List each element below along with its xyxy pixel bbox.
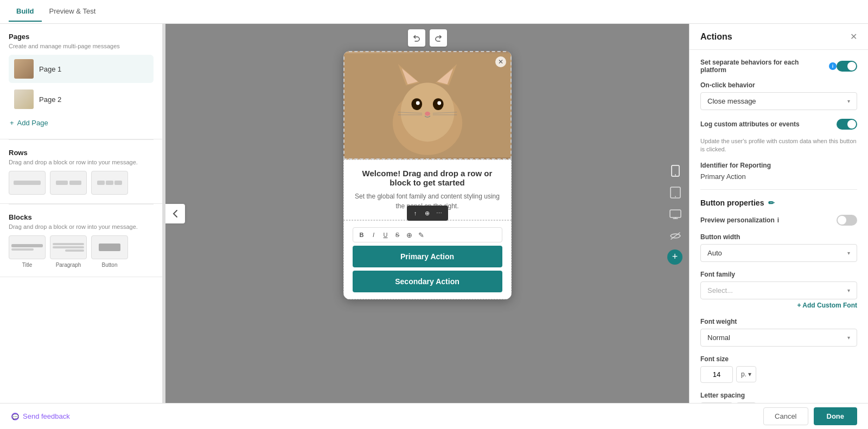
pages-title: Pages	[9, 33, 154, 41]
device-selector: +	[667, 163, 684, 265]
desktop-icon[interactable]	[667, 206, 684, 222]
hide-icon[interactable]	[667, 228, 684, 244]
platform-label: Set separate behaviors for each platform…	[700, 59, 837, 74]
log-label: Log custom attributes or events	[700, 120, 800, 128]
chevron-down-icon: ▾	[847, 98, 850, 104]
page-label-1: Page 1	[39, 65, 61, 73]
chevron-down-icon: ▾	[847, 335, 850, 341]
font-size-input[interactable]	[700, 366, 733, 383]
identifier-field: Identifier for Reporting Primary Action	[700, 162, 857, 181]
mobile-icon[interactable]	[667, 163, 684, 179]
preview-info-icon[interactable]: i	[777, 216, 779, 224]
rows-title: Rows	[9, 149, 154, 157]
blocks-desc: Drag and drop a block or row into your m…	[9, 223, 154, 230]
panel-close-button[interactable]: ✕	[850, 31, 857, 42]
log-toggle[interactable]	[837, 119, 857, 130]
done-button[interactable]: Done	[814, 407, 858, 425]
chevron-down-icon: ▾	[847, 287, 850, 293]
edit-icon[interactable]: ✏	[768, 199, 775, 207]
drag-handle[interactable]: ⊕	[422, 208, 433, 219]
onclick-dropdown[interactable]: Close message ▾	[700, 92, 857, 110]
page-label-2: Page 2	[39, 95, 61, 104]
page-item-2[interactable]: Page 2	[9, 85, 154, 113]
add-icon[interactable]: +	[667, 249, 682, 265]
row-triple-item[interactable]	[91, 171, 128, 195]
info-icon[interactable]: i	[829, 62, 837, 70]
block-title-item[interactable]: Title	[9, 235, 46, 268]
add-page-button[interactable]: + Add Page	[9, 116, 154, 130]
button-props-title: Button properties ✏	[700, 199, 857, 207]
platform-toggle[interactable]	[837, 61, 857, 72]
tab-build[interactable]: Build	[9, 2, 42, 22]
platform-behaviors-row: Set separate behaviors for each platform…	[700, 59, 857, 74]
svg-point-17	[425, 111, 430, 116]
cancel-button[interactable]: Cancel	[763, 407, 808, 425]
font-weight-label: Font weight	[700, 318, 857, 325]
identifier-value: Primary Action	[700, 172, 857, 181]
svg-point-16	[437, 101, 441, 105]
italic-button[interactable]: I	[368, 229, 379, 240]
font-family-label: Font family	[700, 271, 857, 278]
right-panel: Actions ✕ Set separate behaviors for eac…	[689, 24, 868, 403]
buttons-block[interactable]: ↑ ⊕ ⋯ B I U S ⊕ ✎ Primary Action Secon	[343, 220, 512, 299]
bold-button[interactable]: B	[356, 229, 367, 240]
link-button[interactable]: ⊕	[404, 229, 415, 240]
svg-rect-4	[670, 210, 681, 217]
blocks-title: Blocks	[9, 213, 154, 221]
panel-title: Actions	[700, 32, 732, 42]
chevron-down-icon: ▾	[847, 250, 850, 256]
page-thumb-2	[14, 89, 34, 109]
underline-button[interactable]: U	[380, 229, 391, 240]
block-paragraph-item[interactable]: Paragraph	[50, 235, 87, 268]
onclick-label: On-click behavior	[700, 81, 857, 89]
color-button[interactable]: ✎	[416, 229, 427, 240]
letter-spacing-field: Letter spacing p. ▾	[700, 392, 857, 403]
more-options-button[interactable]: ⋯	[434, 208, 445, 219]
nav-back-arrow[interactable]	[165, 204, 185, 223]
rows-desc: Drag and drop a block or row into your m…	[9, 159, 154, 165]
tablet-icon[interactable]	[667, 184, 684, 201]
preview-personalization-row: Preview personalization i	[700, 215, 857, 226]
add-custom-font-button[interactable]: + Add Custom Font	[700, 302, 857, 309]
block-toolbar: ↑ ⊕ ⋯	[407, 206, 448, 221]
preview-label: Preview personalization i	[700, 216, 779, 224]
format-toolbar: B I U S ⊕ ✎	[353, 227, 502, 242]
row-double-item[interactable]	[50, 171, 87, 195]
block-button-item[interactable]: Button	[91, 235, 128, 268]
onclick-field: On-click behavior Close message ▾	[700, 81, 857, 110]
image-block[interactable]	[343, 51, 512, 159]
font-size-label: Font size	[700, 355, 857, 363]
svg-point-15	[416, 101, 419, 105]
font-family-field: Font family Select... ▾ + Add Custom Fon…	[700, 271, 857, 309]
letter-spacing-label: Letter spacing	[700, 392, 857, 399]
font-size-unit-select[interactable]: p. ▾	[736, 366, 756, 382]
svg-point-3	[675, 196, 676, 197]
move-up-button[interactable]: ↑	[410, 208, 421, 219]
primary-action-button[interactable]: Primary Action	[353, 246, 502, 267]
font-size-field: Font size p. ▾	[700, 355, 857, 383]
secondary-action-button[interactable]: Secondary Action	[353, 271, 502, 292]
close-button[interactable]: ✕	[495, 56, 506, 67]
row-single-item[interactable]	[9, 171, 46, 195]
font-weight-dropdown[interactable]: Normal ▾	[700, 329, 857, 347]
pages-desc: Create and manage multi-page messages	[9, 43, 154, 49]
canvas-area: + ✕	[165, 24, 689, 403]
width-dropdown[interactable]: Auto ▾	[700, 244, 857, 262]
tab-preview[interactable]: Preview & Test	[42, 2, 104, 22]
preview-toggle[interactable]	[837, 215, 857, 226]
bottom-bar: 💬 Send feedback Cancel Done	[0, 403, 868, 429]
page-thumb-1	[14, 59, 34, 79]
svg-point-1	[675, 174, 676, 175]
feedback-button[interactable]: 💬 Send feedback	[11, 412, 70, 421]
font-family-dropdown[interactable]: Select... ▾	[700, 281, 857, 299]
welcome-heading: Welcome! Drag and drop a row or block to…	[353, 169, 502, 187]
strikethrough-button[interactable]: S	[392, 229, 403, 240]
page-item-1[interactable]: Page 1	[9, 55, 154, 83]
svg-text:💬: 💬	[12, 413, 19, 420]
log-attributes-row: Log custom attributes or events	[700, 119, 857, 130]
undo-button[interactable]	[408, 29, 425, 47]
redo-button[interactable]	[430, 29, 447, 47]
font-weight-field: Font weight Normal ▾	[700, 318, 857, 347]
identifier-label: Identifier for Reporting	[700, 162, 857, 169]
phone-frame: ✕	[343, 51, 512, 299]
